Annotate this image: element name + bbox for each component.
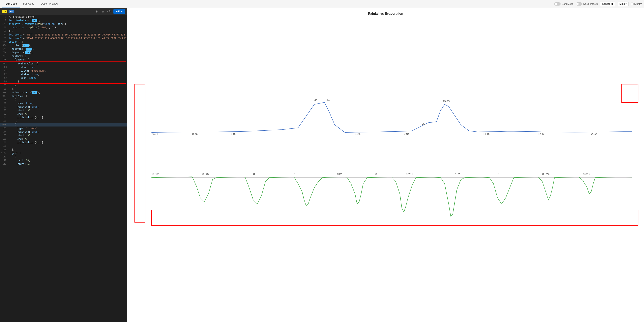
code-line-61: 61 let icon2 = 'M341.333333 170.666667l3… (0, 36, 127, 40)
svg-text:34: 34 (314, 98, 318, 101)
svg-text:0: 0 (376, 172, 377, 176)
code-line-113: 113 right: 50, (0, 162, 127, 166)
top-bar: Edit Code Full Code Option Preview Dark … (0, 0, 644, 8)
svg-rect-1 (622, 84, 638, 102)
code-line-59: 59 }); (0, 29, 127, 33)
code-line-110: 110▾ grid: [ (0, 152, 127, 155)
svg-text:81: 81 (326, 98, 330, 101)
code-line-100: 100 xAxisIndex: [0, 1] (0, 116, 127, 119)
code-line-73: 73▾ legend: {···}, (0, 51, 127, 54)
svg-text:1.03: 1.03 (231, 132, 236, 136)
code-line-106: 106 end: 70, (0, 137, 127, 141)
red-block-feature: 79▾ myShowvalue: { 80 show: true, 81 tit… (0, 61, 126, 84)
code-line-2: 2 let timeData = [···]; (0, 19, 127, 22)
svg-text:11.09: 11.09 (483, 132, 490, 136)
code-line-77: 77▾ toolbox: { (0, 54, 127, 58)
nightly-checkbox[interactable] (631, 2, 634, 5)
dark-mode-toggle-knob (554, 3, 557, 5)
decal-pattern-toggle-group: Decal Pattern (576, 2, 598, 5)
chevron-down-icon: ▾ (626, 2, 627, 5)
svg-text:0.04: 0.04 (404, 132, 410, 136)
code-line-82: 82 status: true, (0, 73, 126, 76)
version-select[interactable]: 5.3.3 ▾ (618, 1, 629, 6)
settings-icon[interactable]: ⚙ (94, 9, 99, 14)
chart-container: Rainfall vs Evaporation 0.01 0.76 1.03 (127, 8, 644, 322)
decal-pattern-toggle[interactable] (576, 2, 582, 5)
render-icon: ⚙ (611, 2, 613, 5)
editor-panel: JS TS ⚙ ◈ </> ▶ Run 1 // prettier-ignore… (0, 8, 127, 322)
code-line-98: 98 start: 30, (0, 109, 127, 112)
code-line-62: 62▾ option = { (0, 40, 127, 44)
code-line-107: 107 xAxisIndex: [0, 1] (0, 141, 127, 144)
code-line-95: 95 { (0, 98, 127, 102)
chart-svg: 0.01 0.76 1.03 34 81 1.25 0.04 20.7 79.8… (131, 17, 640, 293)
code-line-83: 83 icon: icon1 (0, 76, 126, 80)
main-area: JS TS ⚙ ◈ </> ▶ Run 1 // prettier-ignore… (0, 8, 644, 322)
version-value: 5.3.3 (620, 2, 625, 5)
nightly-label: Nightly (634, 2, 642, 5)
svg-text:0.231: 0.231 (406, 172, 413, 176)
dark-mode-label: Dark Mode (562, 2, 574, 5)
svg-text:0: 0 (498, 172, 499, 176)
chart-title: Rainfall vs Evaporation (131, 12, 640, 15)
code-icon[interactable]: </> (107, 9, 112, 14)
code-line-94: 94▾ dataZoom: [ (0, 94, 127, 98)
code-line-104: 104 realtime: true, (0, 130, 127, 134)
code-line-87: 87▾ axisPointer: {···}, (0, 91, 127, 94)
code-line-57: 57▾ timeData = timeData.map(function (st… (0, 22, 127, 26)
code-line-58: 58 return str.replace('2009/', ''); (0, 26, 127, 29)
code-editor[interactable]: 1 // prettier-ignore 2 let timeData = [·… (0, 15, 127, 322)
svg-text:0.002: 0.002 (202, 172, 210, 176)
code-line-63: 63▾ title: {···}, (0, 44, 127, 47)
render-button[interactable]: Render ⚙ (600, 1, 615, 6)
toolbar-icons: ⚙ ◈ </> ▶ Run (94, 9, 125, 14)
code-line-78: 78▾ feature: { (0, 58, 127, 61)
svg-text:0.01: 0.01 (152, 132, 158, 136)
svg-text:0: 0 (294, 172, 296, 176)
code-line-84: 84 } (0, 80, 126, 83)
js-badge[interactable]: JS (2, 10, 7, 13)
nightly-checkbox-group: Nightly (631, 2, 642, 5)
svg-text:79.83: 79.83 (442, 100, 450, 103)
code-line-102: 102▾ { (0, 123, 127, 127)
svg-text:0.102: 0.102 (453, 172, 460, 176)
svg-text:0: 0 (253, 172, 255, 176)
code-line-79: 79▾ myShowvalue: { (0, 62, 126, 65)
ts-badge[interactable]: TS (8, 10, 14, 13)
svg-text:0.017: 0.017 (583, 172, 590, 176)
tab-edit-code[interactable]: Edit Code (2, 0, 20, 8)
code-line-60: 60 let icon1 = 'M674.005333 0q41.685333 … (0, 33, 127, 36)
code-line-112: 112 left: 60, (0, 159, 127, 162)
svg-text:0.042: 0.042 (335, 172, 342, 176)
dark-mode-toggle-group: Dark Mode (554, 2, 574, 5)
code-line-108: 108 } (0, 144, 127, 148)
code-line-86: 86 }, (0, 87, 127, 91)
code-line-85: 85 } (0, 84, 127, 87)
code-line-1: 1 // prettier-ignore (0, 15, 127, 19)
svg-text:20.2: 20.2 (591, 132, 597, 136)
tab-option-preview[interactable]: Option Preview (38, 0, 62, 8)
svg-rect-0 (135, 84, 145, 222)
code-line-67: 67▾ tooltip: {···}, (0, 47, 127, 51)
code-line-109: 109 ], (0, 148, 127, 152)
svg-text:0.024: 0.024 (542, 172, 550, 176)
svg-text:0.76: 0.76 (192, 132, 198, 136)
decal-pattern-label: Decal Pattern (584, 2, 598, 5)
svg-text:1.25: 1.25 (355, 132, 360, 136)
code-line-105: 105 start: 30, (0, 134, 127, 137)
code-line-80: 80 show: true, (0, 65, 126, 69)
code-line-97: 97 realtime: true, (0, 105, 127, 109)
svg-text:20.7: 20.7 (422, 122, 428, 125)
code-line-99: 99 end: 70, (0, 112, 127, 116)
editor-toolbar: JS TS ⚙ ◈ </> ▶ Run (0, 8, 127, 15)
cube-icon[interactable]: ◈ (101, 9, 106, 14)
svg-text:15.68: 15.68 (538, 132, 546, 136)
dark-mode-toggle[interactable] (554, 2, 560, 5)
preview-panel: Rainfall vs Evaporation 0.01 0.76 1.03 (127, 8, 644, 322)
render-label: Render (602, 2, 610, 5)
svg-rect-2 (151, 210, 638, 225)
run-button[interactable]: ▶ Run (114, 9, 125, 14)
tab-full-code[interactable]: Full Code (20, 0, 38, 8)
decal-pattern-toggle-knob (576, 3, 579, 5)
code-line-81: 81 title: 'show num', (0, 69, 126, 73)
